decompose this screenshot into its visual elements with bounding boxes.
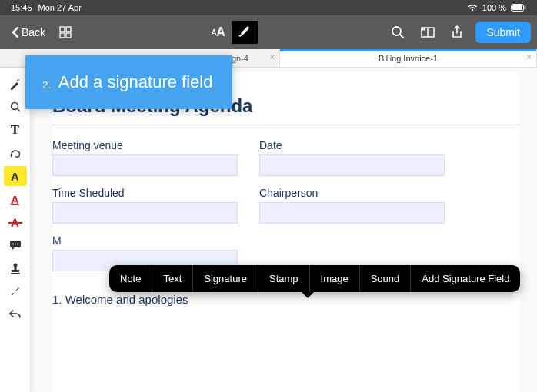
brush-icon[interactable] xyxy=(4,281,27,301)
svg-line-8 xyxy=(400,35,403,38)
share-button[interactable] xyxy=(448,22,466,42)
pen-icon[interactable] xyxy=(4,74,27,94)
submit-button[interactable]: Submit xyxy=(475,22,531,43)
callout-text: Add a signature field xyxy=(58,72,213,92)
svg-rect-5 xyxy=(60,33,65,38)
menu-add-signature-field[interactable]: Add Signature Field xyxy=(411,265,520,292)
strike-a-icon[interactable]: A xyxy=(4,212,27,232)
comment-icon[interactable] xyxy=(4,235,27,255)
menu-text[interactable]: Text xyxy=(152,265,193,292)
minute-label: M xyxy=(52,234,238,247)
svg-rect-4 xyxy=(66,27,71,32)
chair-input[interactable] xyxy=(259,202,445,224)
document-area: Board Meeting Agenda Meeting venue Date … xyxy=(52,72,520,392)
back-label: Back xyxy=(22,26,45,38)
svg-point-10 xyxy=(11,103,18,110)
svg-rect-1 xyxy=(512,5,522,10)
menu-note[interactable]: Note xyxy=(109,265,152,292)
status-date: Mon 27 Apr xyxy=(38,3,82,12)
menu-signature[interactable]: Signature xyxy=(193,265,258,292)
venue-label: Meeting venue xyxy=(52,139,238,151)
agenda-item-1: 1. Welcome and apologies xyxy=(52,293,520,306)
tab-label: Billing Invoice-1 xyxy=(379,54,438,63)
font-size-button[interactable]: AA xyxy=(205,21,232,44)
magnifier-icon[interactable] xyxy=(4,97,27,117)
wifi-icon xyxy=(467,4,478,12)
svg-rect-17 xyxy=(14,267,16,270)
context-menu: Note Text Signature Stamp Image Sound Ad… xyxy=(109,265,520,292)
tab-1[interactable]: Billing Invoice-1 × xyxy=(280,49,537,67)
status-time: 15:45 xyxy=(11,3,32,12)
grid-view-button[interactable] xyxy=(56,23,75,42)
svg-rect-3 xyxy=(60,27,65,32)
text-t-icon[interactable]: T xyxy=(4,120,27,140)
svg-point-15 xyxy=(17,244,18,245)
time-label: Time Sheduled xyxy=(52,187,238,199)
date-input[interactable] xyxy=(259,154,445,176)
status-bar: 15:45 Mon 27 Apr 100 % xyxy=(0,0,537,15)
back-button[interactable]: Back xyxy=(6,23,50,42)
menu-stamp[interactable]: Stamp xyxy=(258,265,310,292)
callout-step: 2. xyxy=(42,79,51,91)
date-label: Date xyxy=(259,139,445,151)
time-input[interactable] xyxy=(52,202,238,224)
bookmarks-button[interactable] xyxy=(417,23,439,42)
divider xyxy=(52,125,520,125)
chair-label: Chairperson xyxy=(259,187,445,199)
venue-input[interactable] xyxy=(52,154,238,176)
highlight-a-icon[interactable]: A xyxy=(4,166,27,186)
svg-rect-6 xyxy=(66,33,71,38)
search-button[interactable] xyxy=(388,22,408,42)
svg-point-16 xyxy=(13,264,17,267)
tab-close-icon[interactable]: × xyxy=(527,52,532,61)
stamp-icon[interactable] xyxy=(4,258,27,278)
battery-percent: 100 % xyxy=(482,3,506,12)
svg-line-11 xyxy=(17,109,20,112)
underline-a-icon[interactable]: A xyxy=(4,189,27,209)
tutorial-callout: 2. Add a signature field xyxy=(25,55,232,109)
tab-close-icon[interactable]: × xyxy=(270,52,275,61)
svg-point-13 xyxy=(12,244,14,245)
annotate-button[interactable] xyxy=(232,21,258,44)
menu-sound[interactable]: Sound xyxy=(360,265,412,292)
svg-rect-2 xyxy=(525,6,526,9)
svg-point-14 xyxy=(15,244,16,245)
svg-point-7 xyxy=(392,27,401,35)
tool-sidebar: T A A A xyxy=(0,68,31,392)
undo-icon[interactable] xyxy=(4,304,27,324)
app-toolbar: Back AA Submit xyxy=(0,15,537,49)
battery-icon xyxy=(511,4,526,12)
menu-image[interactable]: Image xyxy=(310,265,360,292)
lasso-icon[interactable] xyxy=(4,143,27,163)
svg-rect-18 xyxy=(12,270,19,272)
svg-rect-19 xyxy=(11,273,20,274)
